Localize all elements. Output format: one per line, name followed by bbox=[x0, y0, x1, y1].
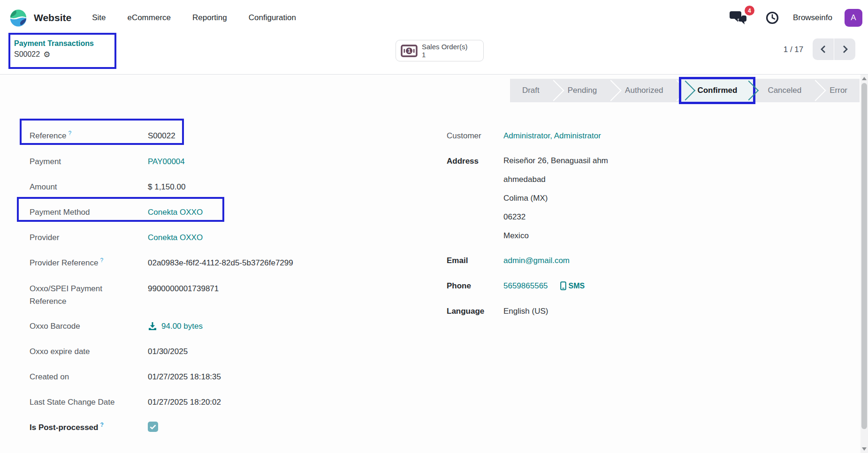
statusbar: Draft Pending Authorized Confirmed Cance… bbox=[510, 79, 860, 102]
field-row-oxxo-spei-reference: Oxxo/SPEI Payment Reference 990000000173… bbox=[30, 280, 391, 308]
top-navbar: Website Site eCommerce Reporting Configu… bbox=[0, 0, 868, 36]
field-label: Oxxo Barcode bbox=[30, 320, 120, 332]
field-row-created-on: Created on 01/27/2025 18:18:35 bbox=[30, 369, 391, 384]
statusbar-chevron-teal bbox=[676, 81, 695, 100]
field-label: Created on bbox=[30, 370, 120, 383]
field-row-is-post-processed: Is Post-processed? bbox=[30, 419, 391, 435]
address-line: Colima (MX) bbox=[503, 192, 608, 204]
oxxo-barcode-download[interactable]: 94.00 bytes bbox=[148, 318, 203, 332]
field-row-email: Email admin@gmail.com bbox=[447, 252, 794, 267]
field-row-amount: Amount $ 1,150.00 bbox=[30, 179, 391, 194]
field-label: Address bbox=[447, 157, 479, 166]
field-label: Last State Change Date bbox=[30, 396, 120, 408]
help-marker: ? bbox=[100, 422, 103, 428]
help-marker: ? bbox=[100, 257, 103, 264]
field-value-last-state-change[interactable]: 01/27/2025 18:20:02 bbox=[148, 394, 221, 408]
svg-text:1: 1 bbox=[408, 48, 411, 53]
field-label: Provider Reference bbox=[30, 258, 98, 267]
field-row-provider: Provider Conekta OXXO bbox=[30, 229, 391, 244]
sms-label: SMS bbox=[569, 279, 585, 292]
field-label: Reference bbox=[30, 131, 66, 140]
field-label: Payment bbox=[30, 155, 120, 168]
field-row-last-state-change: Last State Change Date 01/27/2025 18:20:… bbox=[30, 394, 391, 409]
field-row-oxxo-barcode: Oxxo Barcode 94.00 bytes bbox=[30, 318, 391, 333]
send-sms-button[interactable]: SMS bbox=[560, 279, 585, 292]
field-row-oxxo-expire-date: Oxxo expire date 01/30/2025 bbox=[30, 343, 391, 358]
menu-ecommerce[interactable]: eCommerce bbox=[127, 13, 171, 23]
field-value-oxxo-expire-date[interactable]: 01/30/2025 bbox=[148, 343, 188, 358]
highlight-box-confirmed: Confirmed bbox=[679, 77, 755, 104]
field-label: Oxxo expire date bbox=[30, 345, 120, 358]
field-value-reference[interactable]: S00022 bbox=[148, 128, 175, 142]
breadcrumb: Payment Transactions S00022 ⚙ bbox=[14, 38, 94, 60]
is-post-processed-checkbox[interactable] bbox=[148, 422, 158, 432]
breadcrumb-record-name: S00022 bbox=[14, 49, 40, 60]
field-value-language[interactable]: English (US) bbox=[503, 303, 548, 317]
field-row-payment-method: Payment Method Conekta OXXO bbox=[30, 204, 391, 219]
form-left-column: Reference? S00022 Payment PAY00004 Amoun… bbox=[30, 128, 391, 445]
download-icon bbox=[148, 322, 157, 331]
form-right-column: Customer Administrator, Administrator Ad… bbox=[447, 128, 794, 328]
field-label: Email bbox=[447, 256, 468, 265]
field-value-email-link[interactable]: admin@gmail.com bbox=[503, 252, 570, 267]
field-row-reference: Reference? S00022 bbox=[30, 128, 391, 143]
field-label: Amount bbox=[30, 181, 120, 193]
field-row-payment: Payment PAY00004 bbox=[30, 153, 391, 168]
breadcrumb-parent-link[interactable]: Payment Transactions bbox=[14, 38, 94, 49]
user-avatar[interactable]: A bbox=[845, 9, 862, 27]
stat-button-value: 1 bbox=[422, 51, 468, 59]
field-value-provider-link[interactable]: Conekta OXXO bbox=[148, 229, 203, 244]
mobile-phone-icon bbox=[560, 281, 566, 290]
field-row-phone: Phone 5659865565 SMS bbox=[447, 278, 794, 293]
field-label: Is Post-processed bbox=[30, 423, 98, 432]
field-label: Provider bbox=[30, 231, 120, 244]
field-value-payment-link[interactable]: PAY00004 bbox=[148, 153, 185, 168]
field-label: Phone bbox=[447, 281, 471, 290]
field-label: Oxxo/SPEI Payment Reference bbox=[30, 282, 120, 308]
pager-position: 1 / 17 bbox=[777, 45, 810, 54]
activities-clock-icon[interactable] bbox=[766, 11, 779, 24]
user-menu-brand[interactable]: Browseinfo bbox=[793, 13, 832, 23]
app-name[interactable]: Website bbox=[34, 12, 71, 23]
field-row-address: Address Reiseñor 26, Benaguasil ahm ahme… bbox=[447, 153, 794, 242]
vertical-scrollbar[interactable] bbox=[860, 75, 868, 453]
field-value-created-on[interactable]: 01/27/2025 18:18:35 bbox=[148, 369, 221, 383]
actions-gear-icon[interactable]: ⚙ bbox=[43, 51, 50, 59]
checkmark-icon bbox=[150, 424, 156, 430]
app-logo-icon[interactable] bbox=[9, 9, 27, 27]
field-value-provider-reference[interactable]: 02a0983e-f6f2-4112-82d5-5b3726fe7299 bbox=[148, 255, 293, 269]
stat-button-label: Sales Order(s) bbox=[422, 43, 468, 51]
scrollbar-down-arrow[interactable] bbox=[862, 447, 867, 451]
address-line: Reiseñor 26, Benaguasil ahm bbox=[503, 155, 608, 167]
field-value-address[interactable]: Reiseñor 26, Benaguasil ahm ahmedabad Co… bbox=[503, 153, 608, 242]
field-value-customer-link[interactable]: Administrator, Administrator bbox=[503, 128, 601, 142]
field-value-oxxo-barcode[interactable]: 94.00 bytes bbox=[161, 320, 203, 332]
field-row-language: Language English (US) bbox=[447, 303, 794, 318]
address-line: 06232 bbox=[503, 211, 608, 223]
help-marker: ? bbox=[68, 130, 71, 136]
address-line: ahmedabad bbox=[503, 174, 608, 186]
field-value-oxxo-spei-reference[interactable]: 9900000001739871 bbox=[148, 280, 219, 295]
address-line: Mexico bbox=[503, 230, 608, 242]
pager-next-button[interactable] bbox=[834, 38, 855, 60]
field-label: Customer bbox=[447, 131, 481, 140]
sales-orders-stat-button[interactable]: 1 Sales Order(s) 1 bbox=[396, 40, 484, 61]
menu-reporting[interactable]: Reporting bbox=[192, 13, 227, 23]
field-value-amount[interactable]: $ 1,150.00 bbox=[148, 179, 185, 193]
menu-configuration[interactable]: Configuration bbox=[249, 13, 296, 23]
messages-badge: 4 bbox=[745, 6, 754, 15]
messages-icon[interactable]: 4 bbox=[729, 10, 748, 25]
pager-previous-button[interactable] bbox=[813, 38, 834, 60]
field-label: Language bbox=[447, 307, 484, 316]
field-label: Payment Method bbox=[30, 206, 120, 219]
field-value-payment-method-link[interactable]: Conekta OXXO bbox=[148, 204, 203, 219]
menu-site[interactable]: Site bbox=[92, 13, 106, 23]
scrollbar-up-arrow[interactable] bbox=[862, 77, 867, 80]
field-row-provider-reference: Provider Reference? 02a0983e-f6f2-4112-8… bbox=[30, 255, 391, 270]
field-row-customer: Customer Administrator, Administrator bbox=[447, 128, 794, 143]
scrollbar-thumb[interactable] bbox=[861, 83, 867, 429]
field-value-phone-link[interactable]: 5659865565 bbox=[503, 279, 548, 292]
banknote-icon: 1 bbox=[401, 45, 418, 57]
